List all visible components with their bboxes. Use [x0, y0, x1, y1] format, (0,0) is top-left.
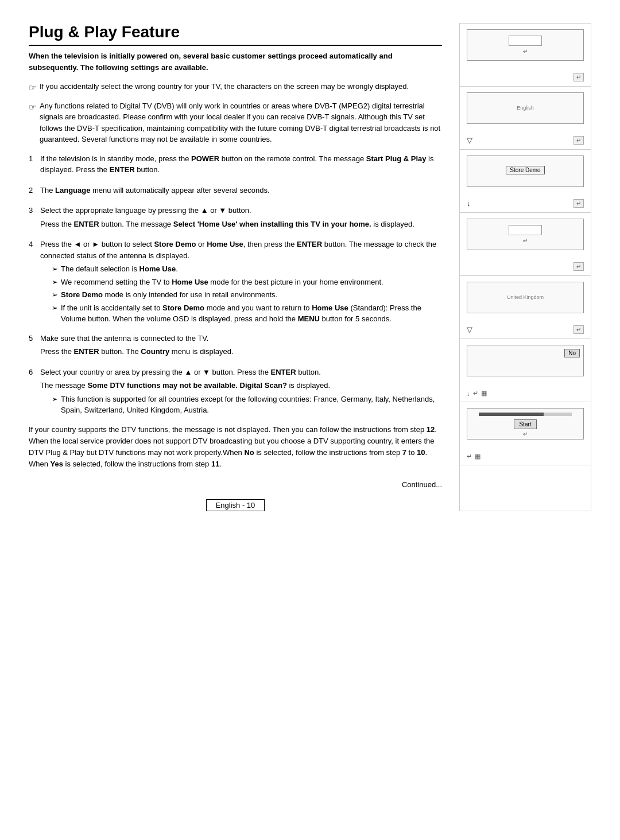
step-2: 2 The Language menu will automatically a…: [29, 185, 442, 199]
screen1-box: [509, 36, 542, 46]
screen7-progress-bar: [479, 413, 572, 416]
screen5-nav-left: ▽: [467, 325, 472, 334]
screen3-nav-left: ↓: [467, 199, 471, 208]
screen5-nav: ▽ ↵: [467, 325, 584, 334]
screen5-label: United Kingdom: [507, 294, 544, 300]
screen6-enter-icon: ↵: [473, 390, 478, 397]
step-content-3: Select the appropriate language by press…: [40, 205, 442, 232]
screen-2: English ▽ ↵: [460, 87, 591, 150]
screen7-extra-icon: ▦: [475, 453, 480, 460]
screen6-nav: ↓ ↵ ▦: [467, 390, 584, 397]
screen7-enter-sym: ↵: [523, 431, 528, 437]
screen-inner-4: ↵: [467, 219, 584, 250]
screen6-no-btn: No: [564, 349, 580, 357]
step-content-4: Press the ◄ or ► button to select Store …: [40, 239, 442, 326]
screen4-nav-enter: ↵: [574, 262, 584, 271]
screen1-nav: ↵: [467, 73, 584, 81]
screen-inner-6: No: [467, 345, 584, 376]
step-num-3: 3: [29, 205, 40, 216]
step-4: 4 Press the ◄ or ► button to select Stor…: [29, 239, 442, 326]
page-title: Plug & Play Feature: [29, 23, 442, 46]
screen-1: ↵ ↵: [460, 24, 591, 87]
steps-list: 1 If the television is in standby mode, …: [29, 153, 442, 417]
screen7-enter-icon: ↵: [467, 453, 472, 460]
bullet-icon-2: ☞: [29, 101, 36, 114]
screen7-nav: ↵ ▦: [467, 453, 584, 460]
arrow-icon-4-1: ➢: [52, 263, 58, 275]
step-1: 1 If the television is in standby mode, …: [29, 153, 442, 178]
bullet-text-1: If you accidentally select the wrong cou…: [40, 81, 409, 92]
screen6-extra-icon: ▦: [481, 390, 487, 397]
screen2-nav: ▽ ↵: [467, 136, 584, 145]
screen4-nav: ↵: [467, 262, 584, 271]
arrow-icon-4-3: ➢: [52, 289, 58, 301]
screen7-nav-icons: ↵ ▦: [467, 453, 480, 460]
bullet-section: ☞ If you accidentally select the wrong c…: [29, 81, 442, 145]
screen-inner-3: Store Demo: [467, 155, 584, 187]
screen1-enter-sym: ↵: [523, 48, 528, 55]
step-num-6: 6: [29, 367, 40, 378]
screen-inner-5: United Kingdom: [467, 282, 584, 313]
continued-label: Continued...: [29, 480, 442, 489]
screen2-nav-enter: ↵: [574, 136, 584, 145]
arrow-item-4-4: ➢ If the unit is accidentally set to Sto…: [52, 302, 442, 325]
arrow-item-4-2: ➢ We recommend setting the TV to Home Us…: [52, 277, 442, 288]
step-6: 6 Select your country or area by pressin…: [29, 367, 442, 417]
screen3-nav: ↓ ↵: [467, 199, 584, 208]
screen5-nav-enter: ↵: [574, 325, 584, 334]
page-number-badge: English - 10: [206, 499, 265, 511]
step-content-1: If the television is in standby mode, pr…: [40, 153, 442, 178]
intro-paragraph: When the television is initially powered…: [29, 50, 442, 73]
screen-4: ↵ ↵: [460, 213, 591, 276]
bullet-item-1: ☞ If you accidentally select the wrong c…: [29, 81, 442, 95]
screen4-enter-sym: ↵: [523, 238, 528, 244]
step-content-6: Select your country or area by pressing …: [40, 367, 442, 417]
screen-inner-2: English: [467, 92, 584, 124]
screen2-label: English: [517, 105, 534, 111]
arrow-item-4-3: ➢ Store Demo mode is only intended for u…: [52, 289, 442, 301]
arrow-icon-4-2: ➢: [52, 277, 58, 288]
bullet-text-2: Any functions related to Digital TV (DVB…: [40, 100, 442, 145]
screen1-nav-enter: ↵: [574, 73, 584, 81]
screen-5: United Kingdom ▽ ↵: [460, 276, 591, 339]
screen6-down-icon: ↓: [467, 390, 470, 397]
arrow-icon-6-1: ➢: [52, 394, 58, 405]
step-num-5: 5: [29, 333, 40, 344]
screen3-storedemo-btn: Store Demo: [506, 166, 544, 174]
step-num-1: 1: [29, 153, 40, 165]
screen7-progress-fill: [479, 413, 544, 416]
footer-paragraph: If your country supports the DTV functio…: [29, 424, 442, 470]
screen-3: Store Demo ↓ ↵: [460, 150, 591, 213]
arrow-item-4-1: ➢ The default selection is Home Use.: [52, 263, 442, 275]
step-num-4: 4: [29, 239, 40, 250]
screen7-start-btn: Start: [514, 419, 536, 429]
step-num-2: 2: [29, 185, 40, 196]
screen3-nav-enter: ↵: [574, 199, 584, 208]
step-content-2: The Language menu will automatically app…: [40, 185, 442, 199]
arrow-item-6-1: ➢ This function is supported for all cou…: [52, 394, 442, 416]
bullet-icon-1: ☞: [29, 81, 36, 95]
screen-6: No ↓ ↵ ▦: [460, 339, 591, 402]
screen6-nav-icons: ↓ ↵ ▦: [467, 390, 487, 397]
page-number-bar: English - 10: [29, 499, 442, 511]
step-content-5: Make sure that the antenna is connected …: [40, 333, 442, 360]
screen-inner-7: Start ↵: [467, 408, 584, 440]
screen4-box: [509, 225, 542, 235]
screen2-nav-left: ▽: [467, 136, 472, 145]
step-5: 5 Make sure that the antenna is connecte…: [29, 333, 442, 360]
screen-inner-1: ↵: [467, 29, 584, 61]
left-column: Plug & Play Feature When the television …: [29, 23, 459, 511]
arrow-icon-4-4: ➢: [52, 302, 58, 314]
step-3: 3 Select the appropriate language by pre…: [29, 205, 442, 232]
screen-7: Start ↵ ↵ ▦: [460, 402, 591, 465]
bullet-item-2: ☞ Any functions related to Digital TV (D…: [29, 100, 442, 145]
right-column-screens: ↵ ↵ English ▽ ↵ Store Demo: [459, 23, 591, 511]
